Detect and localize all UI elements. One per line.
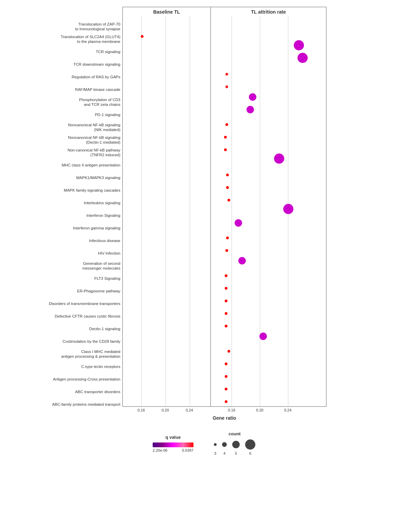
x-tick-label: 0.20 (256, 408, 263, 412)
attrition-content (211, 16, 326, 406)
y-label: Defective CFTR causes cystic fibrosis (55, 310, 120, 323)
q-min-label: 2.20e-06 (153, 448, 167, 452)
y-label: Costimulation by the CD28 family (63, 335, 120, 348)
grid-line (190, 16, 190, 406)
data-dot (225, 312, 227, 315)
data-dot (294, 40, 304, 50)
y-label: HIV Infection (98, 247, 120, 260)
y-label: MAPK family signaling cascades (64, 184, 120, 197)
x-tick-label: 0.24 (186, 408, 193, 412)
count-legend-item: 5 (232, 439, 240, 455)
y-label: Regulation of RAS by GAPs (72, 71, 120, 83)
x-tick-label: 0.24 (284, 408, 291, 412)
y-label: Noncanonical NF-kB signaling(Dectin-1 me… (68, 134, 120, 146)
grid-line (141, 16, 142, 406)
data-dot (274, 154, 284, 164)
data-dot (225, 388, 227, 390)
count-legend-item: 6 (245, 439, 255, 455)
data-dot (298, 53, 308, 63)
count-label: 5 (235, 451, 237, 455)
attrition-title: TL attrition rate (211, 7, 326, 16)
y-label: Interferon Signaling (86, 209, 120, 222)
q-max-label: 0.0397 (182, 448, 193, 452)
data-dot (283, 204, 293, 214)
baseline-content (123, 16, 211, 406)
data-dot (224, 148, 227, 151)
y-label: Infectious disease (89, 235, 120, 247)
count-legend: count 3456 (214, 431, 255, 455)
data-dot (224, 136, 227, 139)
count-dot (214, 443, 217, 446)
y-label: FLT3 Signaling (95, 272, 121, 285)
q-value-legend-title: q value (166, 435, 181, 440)
data-dot (225, 73, 228, 76)
data-dot (225, 287, 227, 290)
y-label: Disorders of transmembrane transporters (49, 297, 120, 310)
count-legend-item: 3 (214, 439, 217, 455)
y-label: Interleukins signaling (84, 197, 120, 209)
data-dot (227, 199, 230, 201)
data-dot (225, 300, 227, 302)
count-label: 4 (223, 451, 225, 455)
baseline-panel: Baseline TL (122, 7, 211, 407)
count-dot (245, 439, 255, 450)
y-label: Dectin-1 signaling (89, 323, 120, 335)
y-label: ER-Phagosome pathway (77, 285, 120, 297)
y-labels: Translocation of ZAP-70to Immunological … (7, 7, 122, 411)
data-dot (225, 325, 227, 327)
gradient-legend: 2.20e-06 0.0397 (153, 442, 193, 452)
x-tick-label: 0.20 (162, 408, 169, 412)
baseline-title: Baseline TL (123, 7, 210, 16)
data-dot (225, 274, 227, 277)
y-label: Translocation of SLC2A4 (GLUT4)to the pl… (61, 33, 120, 46)
count-dot (232, 441, 240, 448)
y-label: Non-canonical NF-kB pathway(TNFR2 induce… (68, 146, 120, 159)
y-label: Translocation of ZAP-70to Immunological … (75, 20, 120, 33)
count-dot (222, 442, 227, 447)
y-label: Class I MHC mediatedantigen processing &… (61, 348, 120, 360)
x-axis-label: Gene ratio (122, 415, 326, 421)
count-size-legend: 3456 (214, 439, 255, 455)
data-dot (247, 106, 254, 113)
data-dot (225, 85, 228, 88)
data-dot (226, 237, 229, 239)
q-value-legend: q value 2.20e-06 0.0397 (153, 435, 193, 452)
data-dot (235, 219, 242, 227)
attrition-x-axis: 0.160.200.24 (211, 407, 326, 415)
y-label: Interferon gamma signaling (73, 222, 120, 235)
gradient-labels: 2.20e-06 0.0397 (153, 448, 193, 452)
grid-line (166, 16, 166, 406)
data-dot (225, 362, 227, 365)
y-label: ABC transporter disorders (75, 386, 120, 398)
data-dot (141, 35, 143, 38)
y-label: C-type lectin receptors (81, 360, 120, 373)
grid-line (260, 16, 260, 406)
y-label: TCR signaling (96, 46, 120, 58)
y-label: MHC class II antigen presentation (62, 159, 120, 172)
y-label: PD-1 signaling (95, 109, 120, 121)
count-label: 3 (214, 451, 216, 455)
data-dot (225, 249, 228, 252)
data-dot (225, 375, 227, 378)
chart-container: Translocation of ZAP-70to Immunological … (0, 0, 408, 459)
count-legend-title: count (228, 431, 240, 436)
y-label: ABC-family proteins mediated transport (52, 398, 120, 411)
count-legend-item: 4 (222, 439, 227, 455)
attrition-panel: TL attrition rate (211, 7, 326, 407)
data-dot (259, 333, 267, 340)
grid-line (232, 16, 232, 406)
count-label: 6 (249, 451, 251, 455)
data-dot (226, 174, 229, 176)
y-label: Antigen processing-Cross presentation (53, 373, 120, 386)
y-label: Noncanonical NF-kB signaling(NIK mediate… (68, 121, 120, 134)
data-dot (226, 186, 229, 189)
y-label: MAPK1/MAPK3 signaling (76, 172, 120, 184)
x-tick-label: 0.16 (138, 408, 145, 412)
baseline-x-axis: 0.160.200.24 (122, 407, 211, 415)
y-label: TCR downstream signaling (73, 58, 120, 71)
data-dot (238, 257, 246, 264)
legend-area: q value 2.20e-06 0.0397 count 3456 (3, 431, 405, 455)
data-dot (225, 123, 228, 126)
data-dot (225, 400, 227, 403)
y-label: Phosphorylation of CD3and TCR zeta chain… (79, 96, 120, 109)
